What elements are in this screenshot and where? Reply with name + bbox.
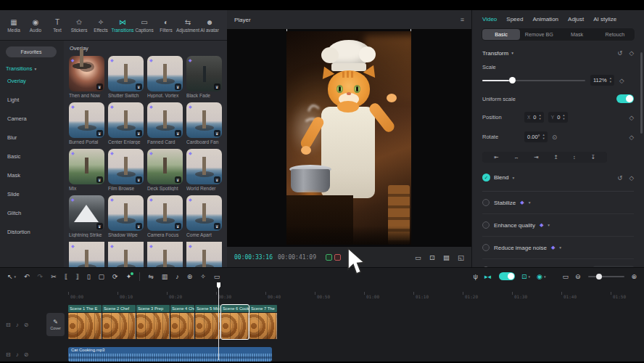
tab-filters[interactable]: ◐ Filters [155, 18, 177, 33]
ratio-icon[interactable]: ▭ [415, 253, 421, 261]
gallery-tile-partial[interactable]: ◆ [69, 242, 104, 267]
tab-text[interactable]: T Text [46, 18, 68, 33]
timeline-zoom-in-button[interactable]: ⊕ [631, 273, 637, 280]
Film Browse[interactable]: ◆ ♛ Film Browse [108, 149, 144, 191]
inspector-subtab[interactable]: Basic [482, 29, 520, 40]
feature-checkbox[interactable] [482, 244, 490, 251]
category-item[interactable]: Blur [6, 129, 64, 147]
Burned Portal[interactable]: ◆ ♛ Burned Portal [69, 102, 104, 144]
playhead[interactable] [218, 282, 219, 360]
timeline-tool[interactable] [139, 272, 140, 281]
Come Apart[interactable]: ◆ ♛ Come Apart [186, 195, 222, 237]
tab-media[interactable]: ▦ Media [3, 18, 25, 33]
category-item[interactable]: Camera [6, 110, 64, 129]
Black Fade[interactable]: ◆ ♛ Black Fade [186, 56, 222, 98]
align-right-icon[interactable]: ⇥ [534, 154, 538, 160]
snapshot-icon[interactable]: ⊡ [429, 253, 435, 261]
gallery-thumbnail[interactable]: ◆ [147, 242, 183, 267]
collapse-track-icon[interactable]: ⊟ [6, 351, 11, 358]
Deck Spotlight[interactable]: ◆ ♛ Deck Spotlight [147, 149, 183, 191]
inspector-tab[interactable]: Adjust [568, 16, 584, 23]
category-item[interactable]: Slide [6, 185, 64, 204]
timeline-clip[interactable]: Scene 7 The [249, 305, 277, 339]
gallery-tile-partial[interactable]: ◆ [186, 242, 222, 267]
scrollbar[interactable] [640, 52, 643, 134]
gallery-thumbnail[interactable]: ◆ ♛ [69, 56, 104, 91]
gallery-thumbnail[interactable]: ◆ ♛ [69, 149, 104, 184]
category-item[interactable]: Overlay [6, 72, 64, 91]
reverse-button[interactable]: ⟳ [112, 273, 118, 280]
Shadow Wipe[interactable]: ◆ ♛ Shadow Wipe [108, 195, 144, 237]
position-x-box[interactable]: X 0 ▴▾ [524, 112, 544, 123]
keyframe-icon[interactable]: ◇ [629, 174, 634, 182]
timeline-clip[interactable]: Scene 4 Chef [170, 305, 194, 339]
gallery-thumbnail[interactable]: ◆ ♛ [147, 102, 183, 138]
stepper-icon[interactable]: ▴▾ [563, 114, 564, 121]
mirror-button[interactable]: ⇋ [148, 273, 154, 280]
gallery-thumbnail[interactable]: ◆ ♛ [147, 149, 183, 184]
red-flag-icon[interactable] [334, 254, 341, 261]
timeline-clip[interactable]: Scene 3 Prep [136, 305, 170, 339]
keyframe-icon[interactable]: ◇ [619, 77, 624, 84]
reset-icon[interactable]: ↺ [617, 49, 622, 57]
gallery-thumbnail[interactable]: ◆ [108, 242, 144, 267]
clip-thumbnail[interactable] [249, 313, 277, 339]
gallery-thumbnail[interactable]: ◆ [69, 242, 104, 267]
timeline-clip[interactable]: Scene 6 Cook [221, 305, 249, 339]
split-button[interactable]: ✂ [51, 273, 57, 280]
chevron-down-icon[interactable]: ▾ [529, 200, 531, 205]
delete-left-button[interactable]: ⟦ [65, 273, 67, 280]
category-item[interactable]: Light [6, 91, 64, 110]
timeline-clip[interactable]: Scene 2 Chef [102, 305, 136, 339]
preview-axis-toggle[interactable]: ◉ ▾ [537, 273, 545, 280]
delete-right-button[interactable]: ⟧ [75, 273, 78, 280]
align-top-icon[interactable]: ↥ [553, 154, 558, 160]
keyframe-icon[interactable]: ◇ [629, 49, 634, 57]
smart-edit-button[interactable]: ✦ [126, 273, 132, 280]
inspector-subtab[interactable]: Mask [558, 29, 596, 40]
Hypnot. Vortex[interactable]: ◆ ♛ Hypnot. Vortex [147, 56, 183, 98]
chevron-down-icon[interactable]: ▾ [512, 176, 514, 180]
category-item[interactable]: Mask [6, 166, 64, 185]
Center Enlarge[interactable]: ◆ ♛ Center Enlarge [108, 102, 144, 144]
tab-adjustment[interactable]: ⇆ Adjustment [177, 18, 199, 33]
chevron-down-icon[interactable]: ▾ [559, 245, 561, 250]
inspector-tab[interactable]: AI stylize [593, 16, 616, 23]
keyframe-icon[interactable]: ◇ [629, 134, 634, 141]
linkage-toggle[interactable]: ⊡ ▾ [521, 273, 530, 280]
clip-thumbnail[interactable] [102, 313, 136, 339]
position-y-box[interactable]: Y 0 ▴▾ [548, 112, 568, 123]
green-flag-icon[interactable] [326, 254, 332, 261]
gallery-thumbnail[interactable]: ◆ ♛ [108, 195, 144, 231]
favorites-button[interactable]: Favorites [6, 46, 57, 57]
align-left-icon[interactable]: ⇤ [494, 154, 498, 160]
blend-checkbox[interactable]: ✓ [482, 174, 490, 182]
matting-button[interactable]: ⊛ [187, 273, 193, 280]
gallery-thumbnail[interactable]: ◆ ♛ [69, 102, 104, 138]
video-preview[interactable] [286, 31, 411, 245]
uniform-scale-toggle[interactable] [616, 94, 634, 103]
main-track-magnet-toggle[interactable]: ▸◂ [484, 273, 491, 280]
category-dropdown[interactable]: Transitions ▾ [6, 65, 64, 72]
tab-stickers[interactable]: ✩ Stickers [68, 18, 90, 33]
clip-thumbnail[interactable] [221, 313, 249, 339]
cover-button[interactable]: ✎ Cover [46, 313, 65, 336]
adapt-button[interactable]: ▭ [214, 273, 220, 280]
gallery-thumbnail[interactable]: ◆ ♛ [147, 195, 183, 231]
enhance-quality[interactable]: Enhance quality ◆ ▾ [482, 214, 634, 237]
category-item[interactable]: Basic [6, 147, 64, 166]
crop-button[interactable]: ▥ [162, 273, 168, 280]
align-bottom-icon[interactable]: ↧ [590, 154, 595, 160]
clip-thumbnail[interactable] [68, 313, 102, 339]
undo-button[interactable]: ↶ [24, 273, 30, 280]
stepper-icon[interactable]: ▴▾ [540, 114, 541, 121]
rotate-box[interactable]: 0.00° ▴▾ [524, 131, 548, 142]
gallery-tile-partial[interactable]: ◆ [147, 242, 183, 267]
World Render[interactable]: ◆ ♛ World Render [186, 149, 222, 191]
inspector-tab[interactable]: Speed [506, 16, 523, 23]
inspector-subtab[interactable]: Remove BG [520, 29, 558, 40]
tab-effects[interactable]: ✧ Effects [90, 18, 112, 33]
scale-value-box[interactable]: 112% ▴▾ [590, 75, 614, 86]
align-middle-icon[interactable]: ↕ [573, 154, 576, 160]
record-voiceover-button[interactable]: ψ [473, 273, 477, 280]
